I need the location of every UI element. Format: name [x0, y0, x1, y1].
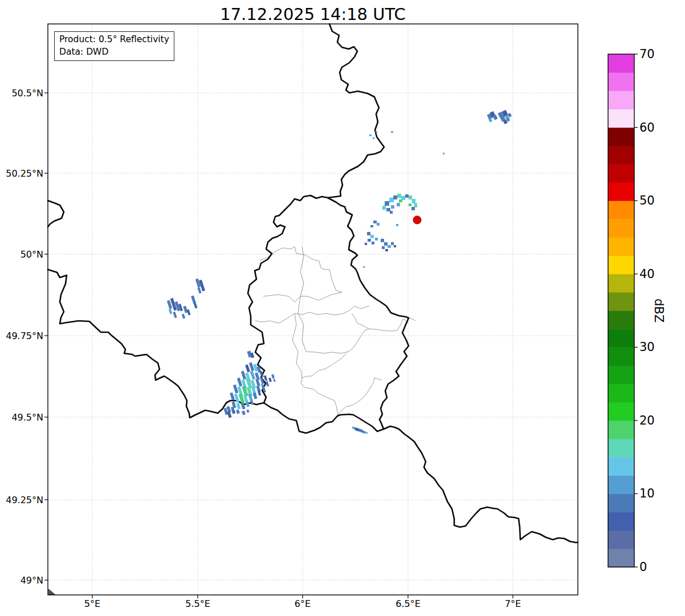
- data-source-line: Data: DWD: [59, 46, 169, 59]
- y-tick-label: 49°N: [0, 575, 43, 586]
- echo-cell: [384, 242, 388, 246]
- echo-cell: [191, 296, 196, 304]
- colorbar-segment: [608, 347, 634, 366]
- colorbar-segment: [608, 402, 634, 421]
- echo-cell: [169, 309, 173, 315]
- echo-cell: [273, 379, 275, 382]
- echo-cell: [386, 208, 390, 211]
- border-luxembourg: [248, 195, 409, 433]
- echoes-near-site: [365, 194, 417, 251]
- echo-cell: [264, 376, 268, 381]
- echo-cell: [373, 221, 377, 223]
- echo-cell: [368, 239, 371, 242]
- echo-cell: [367, 232, 370, 235]
- x-tick-label: 7°E: [505, 598, 521, 609]
- echo-cell: [391, 242, 394, 245]
- colorbar-segment: [608, 182, 634, 201]
- colorbar-tick-label: 30: [639, 340, 655, 354]
- echo-cell: [412, 199, 415, 203]
- colorbar-segment: [608, 219, 634, 238]
- colorbar-ticks: [634, 54, 638, 567]
- corner-wedge: [48, 589, 56, 595]
- x-tick-label: 6°E: [295, 598, 311, 609]
- colorbar-tick-label: 10: [639, 487, 655, 500]
- echo-cell: [385, 201, 389, 206]
- echo-cell: [382, 246, 385, 249]
- colorbar-segment: [608, 457, 634, 476]
- colorbar-segment: [608, 549, 634, 568]
- reflectivity-echoes: [167, 110, 512, 434]
- border-left-edge: [48, 201, 64, 227]
- colorbar-segment: [608, 475, 634, 494]
- x-tick-label: 5°E: [84, 598, 100, 609]
- colorbar-segment: [608, 329, 634, 348]
- colorbar-segment: [608, 164, 634, 183]
- echo-cell: [194, 303, 198, 309]
- radar-map-figure: 17.12.2025 14:18 UTC: [0, 0, 685, 616]
- colorbar-axis-label: dBZ: [652, 299, 666, 323]
- echo-cell: [183, 306, 187, 313]
- echo-cell: [391, 205, 394, 209]
- product-info-box: Product: 0.5° Reflectivity Data: DWD: [54, 31, 174, 61]
- x-tick-label: 5.5°E: [185, 598, 210, 609]
- echo-cell: [242, 410, 246, 415]
- colorbar-segment: [608, 384, 634, 403]
- echo-cell: [401, 196, 405, 200]
- echo-cell: [409, 195, 412, 199]
- colorbar-segment: [608, 146, 634, 165]
- border-fr-de: [384, 426, 578, 542]
- y-tick-label: 50.25°N: [0, 168, 43, 179]
- map-canvas: [0, 0, 685, 616]
- echo-south: [352, 426, 368, 434]
- echo-cell: [391, 131, 393, 133]
- radar-site-marker: [413, 216, 421, 224]
- colorbar-tick-label: 70: [639, 47, 655, 61]
- colorbar-segment: [608, 493, 634, 512]
- colorbar-segment: [608, 292, 634, 311]
- echo-cell: [365, 431, 368, 434]
- echoes-southwest: [223, 350, 275, 418]
- echo-cell: [236, 409, 240, 414]
- echo-cell: [372, 242, 374, 244]
- echo-cell: [197, 287, 201, 294]
- echoes-west: [167, 279, 205, 319]
- echo-cell: [182, 314, 185, 319]
- colorbar-segment: [608, 365, 634, 384]
- colorbar-segment: [608, 256, 634, 275]
- echo-cell: [393, 195, 397, 199]
- echo-cell: [376, 131, 377, 133]
- echo-cell: [363, 266, 365, 268]
- echo-cell: [236, 402, 240, 409]
- echo-cell: [255, 379, 260, 387]
- colorbar-segment: [608, 421, 634, 439]
- echo-cell: [411, 207, 415, 210]
- colorbar-tick-label: 0: [639, 560, 647, 574]
- y-tick-label: 49.5°N: [0, 412, 43, 423]
- echo-cell: [389, 198, 394, 202]
- echo-cell: [246, 410, 249, 413]
- colorbar-tick-label: 50: [639, 194, 655, 207]
- colorbar-segment: [608, 72, 634, 91]
- country-borders: [48, 24, 578, 542]
- echo-cell: [227, 411, 231, 418]
- colorbar: [608, 54, 634, 568]
- echo-cell: [369, 134, 372, 136]
- echo-cell: [237, 378, 242, 387]
- echo-cell: [375, 238, 378, 240]
- x-tick-label: 6.5°E: [395, 598, 421, 609]
- echo-cell: [233, 385, 238, 394]
- echo-cell: [258, 390, 262, 396]
- echo-cell: [370, 225, 373, 227]
- border-be-de: [328, 24, 384, 198]
- echo-cell: [399, 199, 402, 202]
- colorbar-segment: [608, 274, 634, 293]
- echo-cell: [394, 245, 396, 247]
- echo-cell: [271, 374, 275, 379]
- echoes-northeast: [487, 110, 512, 124]
- colorbar-segment: [608, 201, 634, 219]
- echo-cell: [405, 194, 409, 198]
- echo-cell: [409, 203, 411, 206]
- echo-cell: [381, 239, 384, 242]
- colorbar-segment: [608, 237, 634, 256]
- axis-ticks: [44, 93, 513, 598]
